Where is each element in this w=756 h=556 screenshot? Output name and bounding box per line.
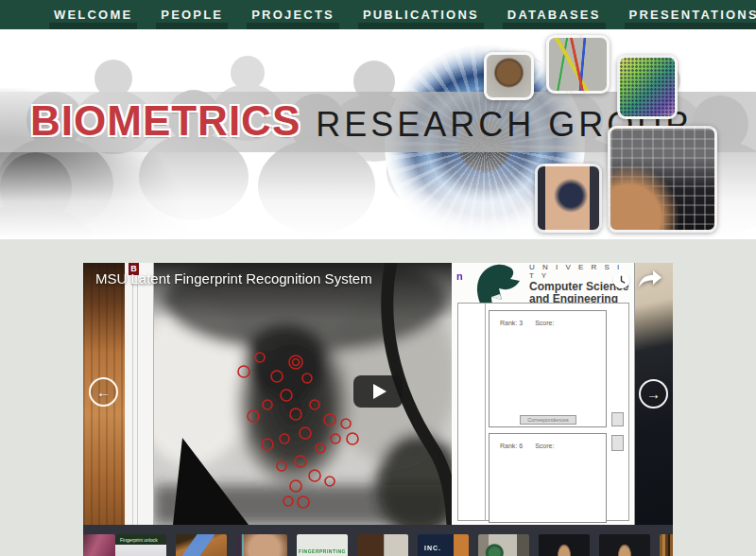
thumbnail-label: INC. <box>424 545 441 551</box>
dotted-pattern-thumbnail <box>617 55 678 119</box>
youtube-video-player[interactable]: B <box>83 263 673 525</box>
latent-fingerprint-image <box>154 263 452 525</box>
scroll-button-image-2 <box>611 435 624 451</box>
video-thumbnail-fingertip-1[interactable] <box>539 534 590 556</box>
nav-item-presentations[interactable]: PRESENTATIONS <box>615 0 756 29</box>
nav-item-publications[interactable]: PUBLICATIONS <box>349 0 493 29</box>
tattoo-thumbnail <box>535 164 602 233</box>
correspondences-button-image: Correspondences <box>520 415 576 425</box>
play-icon <box>373 384 387 399</box>
video-thumbnail-fingerprint-unlock[interactable]: Fingerprint unlock <box>115 534 166 556</box>
result-panel-rank-3: Rank: 3 Score: Correspondences <box>489 310 607 427</box>
video-thumbnail-strip: Fingerprint unlock FINGERPRINTING INC. <box>83 525 673 556</box>
score-3-label: Score: <box>535 320 554 326</box>
main-navigation: WELCOME PEOPLE PROJECTS PUBLICATIONS DAT… <box>0 0 756 29</box>
app-titlebar-text-fragment: n <box>456 270 463 282</box>
watch-later-icon[interactable] <box>613 272 629 288</box>
thumbnail-label: FINGERPRINTING <box>299 548 346 554</box>
video-thumbnail-inc-logo[interactable]: INC. <box>418 534 469 556</box>
site-title-biometrics: BIOMETRICS <box>30 97 301 145</box>
nav-item-projects[interactable]: PROJECTS <box>237 0 349 29</box>
next-arrow-icon: → <box>646 386 661 402</box>
biometrics-research-group-page: WELCOME PEOPLE PROJECTS PUBLICATIONS DAT… <box>0 0 756 556</box>
video-thumbnail-pink-figure[interactable] <box>83 534 115 556</box>
video-carousel: B <box>83 263 673 556</box>
nav-item-databases[interactable]: DATABASES <box>493 0 615 29</box>
nav-item-welcome[interactable]: WELCOME <box>40 0 146 29</box>
video-thumbnail-room-green-ring[interactable] <box>478 534 529 556</box>
keyboard-hands-thumbnail <box>608 126 717 233</box>
video-title: MSU Latent Fingerprint Recognition Syste… <box>95 270 372 287</box>
video-thumbnail-fingerprinting-sign[interactable]: FINGERPRINTING <box>297 534 348 556</box>
site-title: BIOMETRICS RESEARCH GROUP <box>30 97 692 145</box>
play-button[interactable] <box>353 375 403 408</box>
video-thumbnail-card-on-desk[interactable] <box>176 534 227 556</box>
banner: BIOMETRICS RESEARCH GROUP <box>0 29 756 239</box>
carousel-next-button[interactable]: → <box>639 379 668 408</box>
nav-item-people[interactable]: PEOPLE <box>146 0 237 29</box>
result-panel-rank-6: Rank: 6 Score: <box>489 433 607 523</box>
results-divider <box>485 303 486 521</box>
face-3d-thumbnail <box>484 52 534 100</box>
share-icon[interactable] <box>638 269 662 288</box>
video-thumbnail-finger-closeup[interactable] <box>236 534 287 556</box>
carousel-prev-button[interactable]: ← <box>89 377 118 407</box>
scroll-button-image-1 <box>611 412 624 426</box>
rank-3-label: Rank: 3 <box>500 320 523 326</box>
score-6-label: Score: <box>535 443 554 449</box>
app-left-column: B <box>125 263 154 525</box>
video-thumbnail-bookshelf[interactable] <box>660 534 673 556</box>
video-thumbnail-door-scene[interactable] <box>357 534 408 556</box>
thumbnail-label: Fingerprint unlock <box>117 536 161 544</box>
video-thumbnail-fingertip-2[interactable] <box>599 534 650 556</box>
minutiae-map-thumbnail <box>546 35 610 94</box>
rank-6-label: Rank: 6 <box>500 443 523 449</box>
prev-arrow-icon: ← <box>96 384 111 400</box>
